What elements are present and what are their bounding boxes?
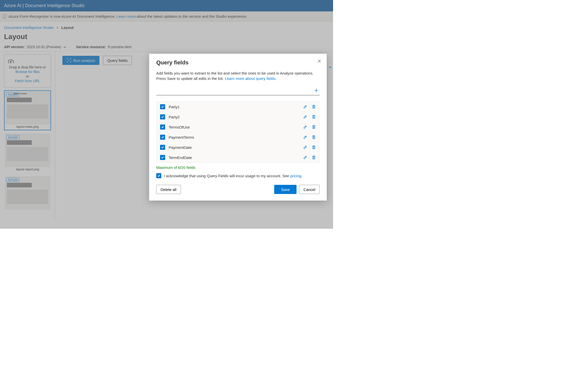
- field-checkbox[interactable]: [160, 104, 165, 109]
- delete-icon[interactable]: [312, 135, 316, 139]
- close-icon[interactable]: [318, 59, 321, 63]
- acknowledge-checkbox[interactable]: [156, 173, 161, 178]
- field-checkbox[interactable]: [160, 145, 165, 150]
- field-name: PaymentTerms: [169, 135, 194, 139]
- field-name: Party2: [169, 115, 180, 119]
- max-fields-text: Maximum of 6/20 fields: [156, 165, 320, 170]
- add-field-plus-icon[interactable]: [313, 88, 320, 93]
- delete-icon[interactable]: [312, 155, 316, 159]
- delete-icon[interactable]: [312, 125, 316, 129]
- edit-icon[interactable]: [303, 135, 307, 139]
- field-row: Party2: [157, 112, 319, 122]
- field-name: PaymentDate: [169, 145, 192, 150]
- acknowledge-text: I acknowledge that using Query Fields wi…: [164, 174, 290, 178]
- field-name: TermEndDate: [169, 155, 192, 160]
- delete-icon[interactable]: [312, 115, 316, 119]
- delete-icon[interactable]: [312, 145, 316, 149]
- field-name: TermsOfUse: [169, 125, 190, 129]
- acknowledge-row: I acknowledge that using Query Fields wi…: [156, 173, 320, 178]
- field-checkbox[interactable]: [160, 135, 165, 140]
- add-field-row: [156, 87, 320, 95]
- modal-button-row: Delete all Save Cancel: [156, 185, 320, 194]
- panel-expand-toggle[interactable]: [328, 65, 332, 69]
- edit-icon[interactable]: [303, 125, 307, 129]
- modal-description: Add fields you want to extract to the li…: [156, 70, 320, 81]
- edit-icon[interactable]: [303, 145, 307, 149]
- modal-learn-more-link[interactable]: Learn more about query fields: [225, 76, 275, 81]
- edit-icon[interactable]: [303, 105, 307, 109]
- delete-icon[interactable]: [312, 105, 316, 109]
- save-button[interactable]: Save: [274, 185, 297, 194]
- delete-all-button[interactable]: Delete all: [156, 185, 181, 194]
- field-name: Party1: [169, 105, 180, 109]
- add-field-input[interactable]: [156, 87, 313, 94]
- field-list: Party1Party2TermsOfUsePaymentTermsPaymen…: [156, 101, 320, 163]
- cancel-button[interactable]: Cancel: [299, 185, 320, 194]
- field-checkbox[interactable]: [160, 155, 165, 160]
- field-row: TermsOfUse: [157, 122, 319, 132]
- modal-title: Query fields: [156, 59, 320, 66]
- acknowledge-text-wrapper: I acknowledge that using Query Fields wi…: [164, 174, 302, 178]
- pricing-link[interactable]: pricing: [290, 174, 301, 178]
- field-row: PaymentTerms: [157, 132, 319, 142]
- edit-icon[interactable]: [303, 115, 307, 119]
- query-fields-modal: Query fields Add fields you want to extr…: [149, 54, 327, 201]
- field-row: Party1: [157, 102, 319, 112]
- edit-icon[interactable]: [303, 155, 307, 159]
- field-checkbox[interactable]: [160, 124, 165, 130]
- field-checkbox[interactable]: [160, 114, 165, 119]
- field-row: TermEndDate: [157, 152, 319, 163]
- field-row: PaymentDate: [157, 142, 319, 152]
